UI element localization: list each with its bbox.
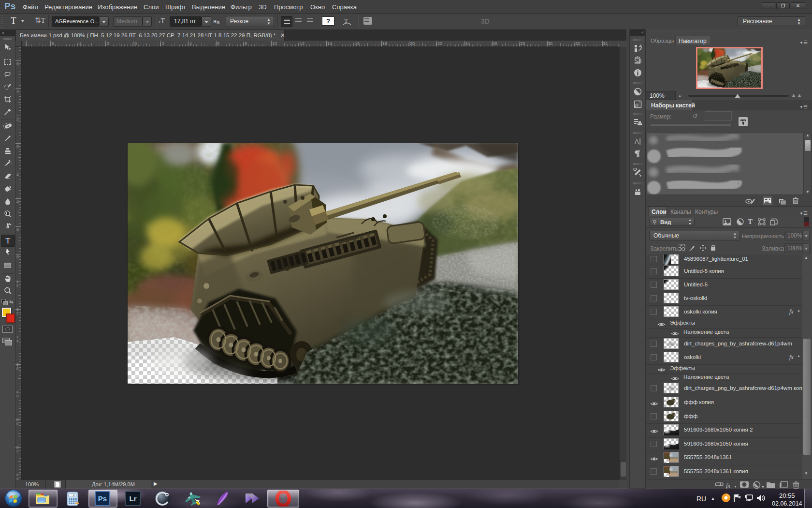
svg-text:fx: fx (635, 103, 638, 107)
svg-text:A: A (635, 138, 639, 145)
